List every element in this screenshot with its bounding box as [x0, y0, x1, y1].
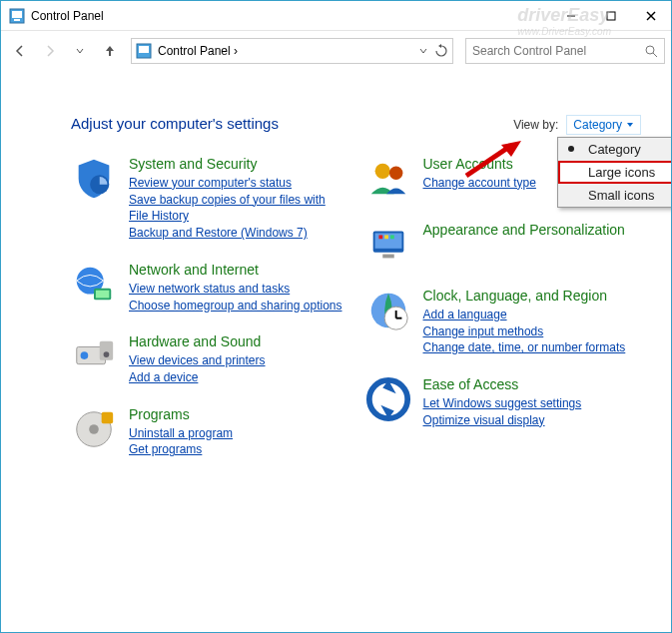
category-title[interactable]: Network and Internet: [129, 262, 341, 279]
address-path: Control Panel ›: [158, 44, 412, 58]
svg-point-24: [374, 164, 389, 179]
dropdown-option-small-icons[interactable]: Small icons: [558, 184, 672, 207]
dropdown-option-large-icons[interactable]: Large icons: [558, 161, 672, 184]
watermark: driverEasywww.DriverEasy.com: [517, 5, 611, 37]
category-link[interactable]: View network status and tasks: [129, 281, 341, 298]
category: Clock, Language, and RegionAdd a languag…: [365, 288, 642, 356]
svg-point-25: [388, 167, 401, 180]
category-title[interactable]: Programs: [129, 406, 233, 423]
category: Appearance and Personalization: [365, 222, 642, 268]
view-by-label: View by:: [513, 118, 558, 132]
refresh-icon[interactable]: [434, 44, 448, 58]
category-link[interactable]: Review your computer's status: [129, 175, 347, 192]
control-panel-icon: [9, 8, 25, 24]
chevron-down-icon: [626, 121, 634, 129]
svg-point-22: [89, 424, 99, 434]
annotation-arrow-icon: [461, 141, 521, 181]
svg-rect-8: [139, 46, 149, 53]
category-icon: [365, 222, 411, 268]
svg-rect-29: [384, 235, 388, 239]
category-link[interactable]: Optimize visual display: [423, 412, 582, 429]
close-button[interactable]: [631, 1, 671, 31]
view-by-control: View by: Category Category Large icons S…: [513, 115, 641, 135]
category-icon: [365, 156, 411, 202]
category-link[interactable]: Get programs: [129, 441, 233, 458]
svg-point-9: [646, 46, 654, 54]
control-panel-icon: [136, 43, 152, 59]
category-link[interactable]: Choose homegroup and sharing options: [129, 298, 341, 315]
category-link[interactable]: Let Windows suggest settings: [423, 395, 582, 412]
category-icon: [365, 376, 411, 422]
category-title[interactable]: Hardware and Sound: [129, 333, 266, 350]
category-link[interactable]: Backup and Restore (Windows 7): [129, 225, 347, 242]
category: Hardware and SoundView devices and print…: [71, 333, 347, 385]
category-icon: [365, 288, 411, 333]
category: System and SecurityReview your computer'…: [71, 156, 347, 242]
category-link[interactable]: View devices and printers: [129, 352, 266, 369]
view-by-dropdown-menu: Category Large icons Small icons: [557, 137, 672, 208]
forward-button[interactable]: [37, 38, 63, 64]
search-input[interactable]: [472, 44, 632, 58]
category-link[interactable]: Change date, time, or number formats: [423, 339, 626, 356]
category-link[interactable]: Add a language: [423, 307, 626, 323]
view-by-dropdown-trigger[interactable]: Category: [566, 115, 641, 135]
category-title[interactable]: System and Security: [129, 156, 347, 173]
svg-rect-16: [96, 291, 109, 299]
category-title[interactable]: Ease of Access: [423, 376, 582, 393]
category: Ease of AccessLet Windows suggest settin…: [365, 376, 642, 428]
category-link[interactable]: Uninstall a program: [129, 425, 233, 442]
category-link[interactable]: Change input methods: [423, 323, 626, 340]
category-icon: [71, 156, 117, 202]
svg-rect-1: [12, 11, 22, 18]
search-box[interactable]: [465, 38, 665, 64]
category-icon: [71, 406, 117, 452]
search-icon: [644, 44, 658, 58]
nav-row: Control Panel ›: [1, 31, 671, 71]
up-button[interactable]: [97, 38, 123, 64]
dropdown-option-category[interactable]: Category: [558, 138, 672, 161]
svg-rect-30: [389, 235, 393, 239]
control-panel-window: Control Panel Control Panel › driverEasy…: [0, 0, 672, 633]
category: Network and InternetView network status …: [71, 262, 347, 314]
category-title[interactable]: Appearance and Personalization: [423, 222, 625, 239]
window-title: Control Panel: [31, 9, 104, 23]
category-icon: [71, 262, 117, 308]
category-link[interactable]: Save backup copies of your files with Fi…: [129, 192, 347, 226]
chevron-down-icon[interactable]: [418, 46, 428, 56]
recent-dropdown[interactable]: [67, 38, 93, 64]
address-bar[interactable]: Control Panel ›: [131, 38, 453, 64]
category-link[interactable]: Add a device: [129, 369, 266, 386]
svg-rect-28: [378, 235, 382, 239]
svg-point-18: [81, 352, 89, 360]
svg-line-10: [653, 53, 657, 57]
svg-point-20: [104, 352, 110, 358]
svg-line-11: [466, 147, 509, 176]
back-button[interactable]: [7, 38, 33, 64]
svg-rect-2: [14, 19, 20, 21]
category: ProgramsUninstall a programGet programs: [71, 406, 347, 458]
svg-rect-31: [382, 255, 394, 259]
svg-rect-19: [100, 341, 113, 360]
svg-rect-23: [102, 412, 114, 424]
category-title[interactable]: Clock, Language, and Region: [423, 288, 626, 305]
category-icon: [71, 333, 117, 379]
